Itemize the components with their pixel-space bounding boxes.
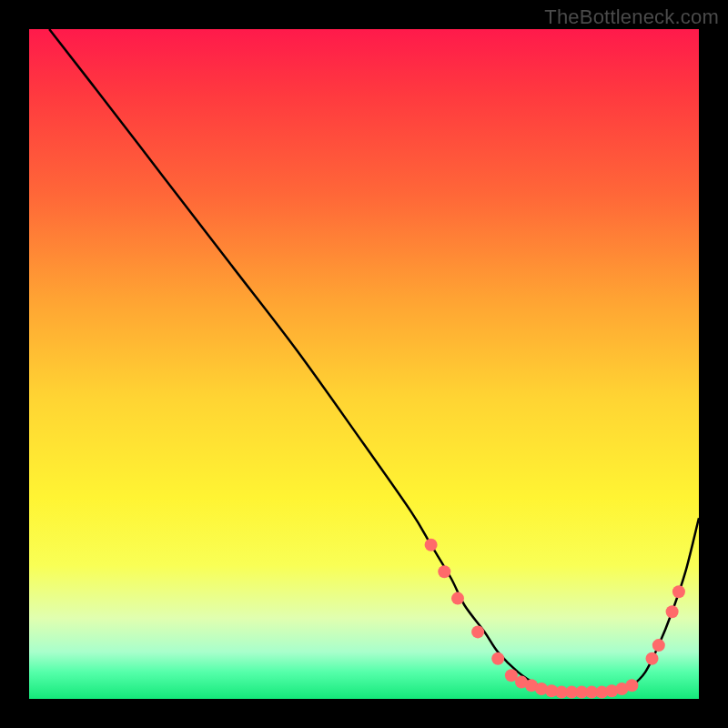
highlight-dot (666, 605, 679, 618)
highlight-dot (672, 585, 685, 598)
bottleneck-curve (49, 29, 699, 693)
highlight-dot (471, 625, 484, 638)
highlight-dot (491, 652, 504, 665)
chart-frame: TheBottleneck.com (0, 0, 728, 728)
highlight-dot (438, 565, 450, 578)
highlight-dot (625, 679, 638, 692)
curve-svg (29, 29, 699, 699)
plot-area (29, 29, 699, 699)
highlight-dot (451, 592, 464, 605)
highlight-dot (425, 539, 438, 551)
highlight-dot (646, 652, 659, 665)
watermark-text: TheBottleneck.com (544, 5, 719, 29)
highlight-dot (652, 639, 665, 652)
